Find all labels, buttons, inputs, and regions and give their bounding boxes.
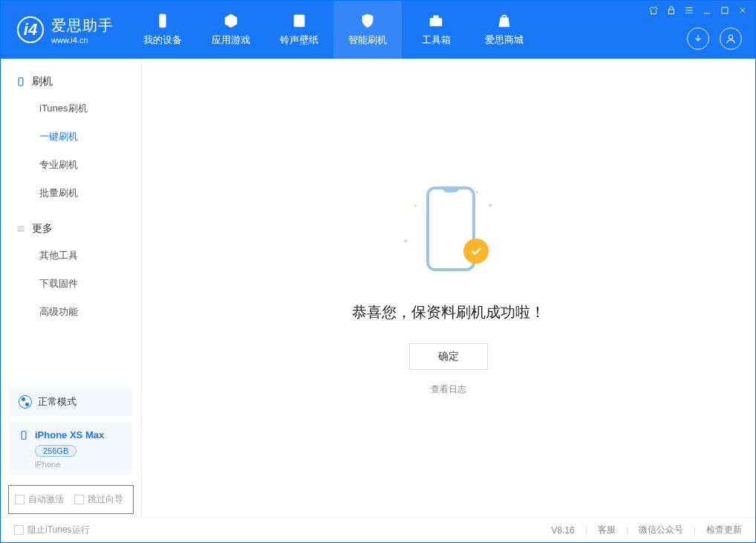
app-window: i4 爱思助手 www.i4.cn 我的设备 应用游戏 铃声壁纸 智能刷机 [0,0,756,543]
main-content: ✦ ✦ ✦ • 恭喜您，保资料刷机成功啦！ 确定 查看日志 [142,59,755,517]
music-icon [291,13,307,29]
device-icon [16,77,26,87]
sidebar-item-download-fw[interactable]: 下载固件 [1,270,141,298]
success-illustration: ✦ ✦ ✦ • [397,181,501,284]
nav-my-device[interactable]: 我的设备 [128,1,197,59]
view-log-link[interactable]: 查看日志 [431,383,466,396]
checkbox-icon [14,525,24,535]
section-label: 更多 [32,222,53,235]
lock-icon[interactable] [666,5,677,16]
checkbox-label: 跳过向导 [88,493,123,506]
sidebar: 刷机 iTunes刷机 一键刷机 专业刷机 批量刷机 更多 其他工具 下载固件 … [1,59,142,517]
nav-apps[interactable]: 应用游戏 [197,1,265,59]
main-nav: 我的设备 应用游戏 铃声壁纸 智能刷机 工具箱 爱思商城 [128,1,538,59]
svg-rect-4 [669,10,674,14]
nav-label: 工具箱 [422,33,451,47]
nav-label: 应用游戏 [212,33,250,47]
checkbox-label: 阻止iTunes运行 [27,524,90,536]
svg-rect-2 [430,18,443,26]
checkbox-skip-guide[interactable]: 跳过向导 [74,493,123,506]
svg-rect-1 [294,15,305,27]
nav-label: 铃声壁纸 [280,33,319,47]
device-name: iPhone XS Max [35,429,104,440]
svg-rect-5 [722,7,728,13]
success-message: 恭喜您，保资料刷机成功啦！ [352,302,545,322]
list-icon [16,224,26,234]
section-label: 刷机 [32,75,53,88]
cube-icon [223,13,239,29]
svg-rect-3 [433,16,438,19]
section-more-title: 更多 [1,216,141,241]
footer-link-support[interactable]: 客服 [598,524,616,536]
nav-store[interactable]: 爱思商城 [470,1,538,59]
sidebar-item-advanced[interactable]: 高级功能 [1,298,141,326]
checkbox-block-itunes[interactable]: 阻止iTunes运行 [14,524,90,536]
svg-rect-0 [159,14,166,27]
sidebar-item-batch[interactable]: 批量刷机 [1,179,141,207]
device-card[interactable]: iPhone XS Max 256GB iPhone [10,422,132,475]
footer-link-update[interactable]: 检查更新 [706,524,742,536]
nav-toolbox[interactable]: 工具箱 [402,1,470,59]
nav-label: 我的设备 [143,33,182,47]
sidebar-item-othertools[interactable]: 其他工具 [1,241,141,270]
checkbox-icon [74,495,84,504]
app-url: www.i4.cn [51,36,114,45]
download-button[interactable] [687,27,709,50]
menu-icon[interactable] [684,5,694,16]
sidebar-item-itunes[interactable]: iTunes刷机 [1,94,141,123]
mode-icon [19,395,32,409]
sparkle-icon: • [475,188,478,196]
toolbox-icon [428,13,444,29]
logo-icon: i4 [17,16,44,43]
nav-label: 爱思商城 [485,33,524,47]
device-capacity: 256GB [35,445,76,457]
check-badge-icon [463,238,489,264]
shield-icon [359,13,376,29]
nav-label: 智能刷机 [348,33,387,47]
bag-icon [496,13,512,29]
footer: 阻止iTunes运行 V8.16 | 客服 | 微信公众号 | 检查更新 [1,517,755,542]
mode-card[interactable]: 正常模式 [10,388,132,416]
logo: i4 爱思助手 www.i4.cn [1,1,128,59]
svg-rect-7 [19,78,23,86]
app-name: 爱思助手 [51,16,114,36]
checkbox-label: 自动激活 [28,493,64,506]
minimize-icon[interactable] [702,5,712,16]
version-label: V8.16 [551,525,574,536]
sparkle-icon: ✦ [413,203,418,209]
phone-small-icon [19,430,29,440]
ok-button[interactable]: 确定 [409,343,488,370]
checkbox-auto-activate[interactable]: 自动激活 [15,493,64,506]
mode-label: 正常模式 [38,395,76,409]
sparkle-icon: ✦ [487,201,493,209]
device-type: iPhone [35,460,123,469]
sparkle-icon: ✦ [403,237,408,245]
bottom-options: 自动激活 跳过向导 [8,485,134,514]
body: 刷机 iTunes刷机 一键刷机 专业刷机 批量刷机 更多 其他工具 下载固件 … [1,59,755,517]
shirt-icon[interactable] [648,5,659,16]
maximize-icon[interactable] [720,5,730,16]
header-user-area [687,27,742,50]
header: i4 爱思助手 www.i4.cn 我的设备 应用游戏 铃声壁纸 智能刷机 [1,1,755,59]
phone-icon [154,13,171,29]
user-button[interactable] [720,27,742,50]
checkbox-icon [15,495,25,504]
svg-rect-8 [22,431,26,439]
window-controls [648,5,748,16]
sidebar-item-oneclick[interactable]: 一键刷机 [1,123,141,151]
section-flash-title: 刷机 [1,69,141,94]
svg-point-6 [729,35,732,39]
close-icon[interactable] [737,5,748,16]
sidebar-item-pro[interactable]: 专业刷机 [1,151,141,179]
footer-link-wechat[interactable]: 微信公众号 [639,524,683,536]
nav-ringtone[interactable]: 铃声壁纸 [265,1,333,59]
nav-flash[interactable]: 智能刷机 [333,1,402,59]
